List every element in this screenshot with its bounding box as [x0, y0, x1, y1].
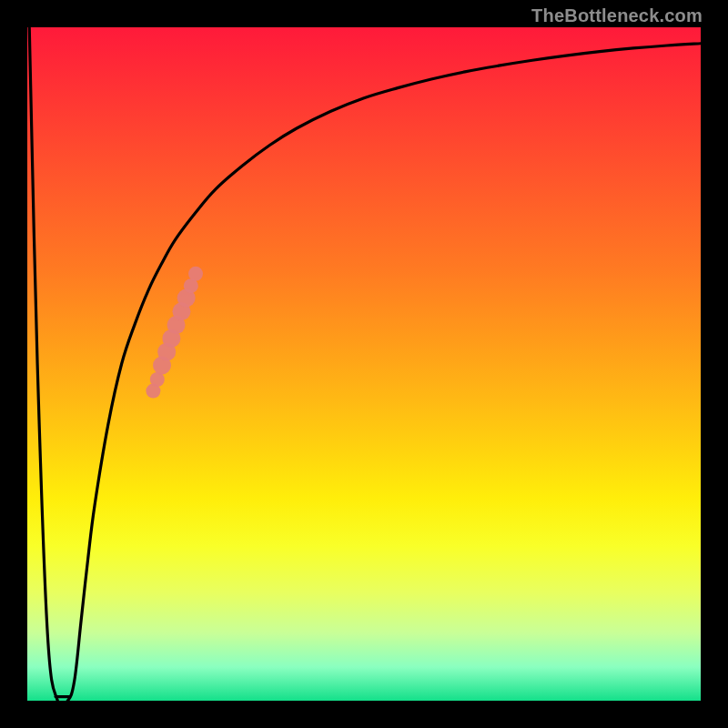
- highlight-markers: [146, 267, 203, 399]
- watermark-text: TheBottleneck.com: [531, 5, 703, 26]
- chart-frame: TheBottleneck.com: [0, 0, 728, 728]
- curve-line: [29, 27, 701, 701]
- plot-area: [27, 27, 701, 701]
- svg-point-9: [188, 267, 203, 281]
- plot-svg: [27, 27, 701, 701]
